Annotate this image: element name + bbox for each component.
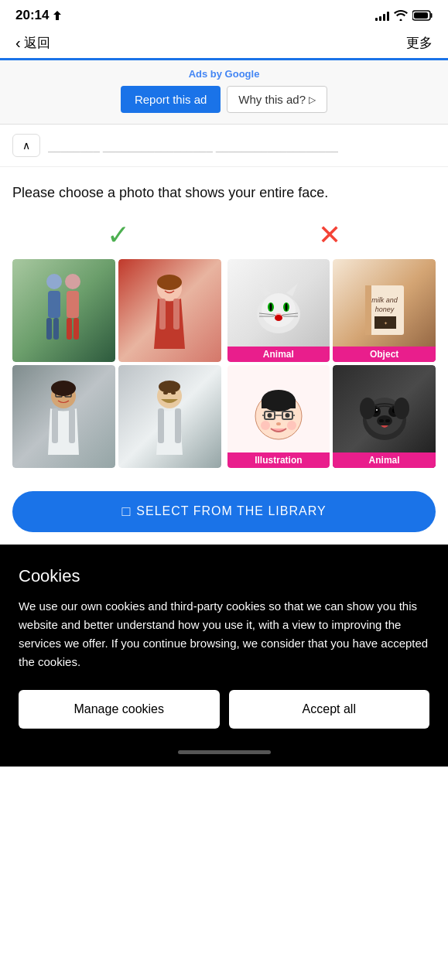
svg-point-41 (275, 315, 282, 321)
svg-point-57 (267, 413, 272, 418)
select-library-label: SELECT FROM THE LIBRARY (136, 504, 326, 518)
check-mark-icon: ✓ (12, 219, 224, 251)
correct-photos (12, 259, 221, 468)
photo-man-beard (118, 365, 221, 468)
svg-point-34 (269, 303, 272, 311)
svg-rect-15 (173, 299, 180, 330)
cross-mark-icon: ✕ (224, 219, 436, 251)
ads-buttons: Report this ad Why this ad? ▷ (12, 86, 436, 113)
svg-point-23 (51, 381, 76, 396)
svg-point-72 (385, 419, 390, 422)
accordion-toggle[interactable]: ∧ (12, 134, 40, 157)
photo-illustration: Illustration (227, 365, 330, 468)
home-indicator (0, 744, 448, 767)
back-button[interactable]: ‹ 返回 (15, 34, 50, 52)
status-time: 20:14 (15, 8, 61, 23)
main-content: ∧ ________ _________________ ___________… (0, 125, 448, 545)
svg-point-35 (285, 303, 287, 311)
illustration-label: Illustration (227, 452, 330, 468)
status-bar: 20:14 (0, 0, 448, 28)
photo-woman-red (118, 259, 221, 362)
photo-pug: Animal (333, 365, 436, 468)
select-area: □ SELECT FROM THE LIBRARY (0, 483, 448, 545)
svg-rect-43 (365, 285, 371, 335)
cookie-title: Cookies (19, 566, 429, 586)
accept-all-button[interactable]: Accept all (229, 690, 430, 729)
svg-rect-21 (52, 408, 58, 443)
google-label: Google (225, 68, 260, 80)
svg-point-60 (261, 421, 270, 430)
instruction-text: Please choose a photo that shows your en… (0, 167, 448, 211)
svg-text:milk and: milk and (371, 296, 398, 304)
status-icons (375, 10, 433, 21)
library-icon: □ (121, 504, 130, 520)
battery-icon (412, 10, 433, 21)
book-label: Object (333, 347, 436, 362)
back-label: 返回 (24, 34, 50, 52)
svg-point-58 (285, 413, 289, 418)
more-button[interactable]: 更多 (406, 34, 433, 52)
accordion-text: ________ _________________ _____________… (48, 139, 338, 152)
report-ad-button[interactable]: Report this ad (121, 86, 221, 113)
svg-point-7 (65, 274, 80, 289)
home-bar-icon (178, 750, 271, 754)
check-cross-row: ✓ ✕ (12, 219, 436, 251)
cat-label: Animal (227, 347, 330, 362)
ad-bar: Ads by Google Report this ad Why this ad… (0, 60, 448, 125)
svg-rect-9 (67, 318, 72, 340)
svg-point-16 (157, 275, 182, 290)
chevron-up-icon: ∧ (22, 139, 30, 152)
pug-label: Animal (333, 452, 436, 468)
svg-rect-1 (431, 13, 433, 18)
wifi-icon (394, 10, 408, 21)
svg-point-59 (276, 422, 281, 425)
cookie-banner: Cookies We use our own cookies and third… (0, 545, 448, 744)
why-icon: ▷ (309, 94, 316, 105)
svg-rect-2 (414, 12, 428, 19)
svg-point-3 (46, 274, 62, 289)
svg-rect-51 (262, 399, 296, 408)
photo-couple (12, 259, 115, 362)
cookie-body: We use our own cookies and third-party c… (19, 597, 429, 671)
photo-woman-glasses (12, 365, 115, 468)
svg-point-73 (360, 398, 375, 419)
cookie-buttons: Manage cookies Accept all (19, 690, 429, 729)
photos-row: Animal milk and honey ✦ (12, 259, 436, 468)
back-chevron-icon: ‹ (15, 34, 21, 52)
svg-text:honey: honey (374, 306, 394, 313)
svg-rect-27 (158, 408, 164, 443)
photo-section: ✓ ✕ (0, 211, 448, 483)
accordion-header: ∧ ________ _________________ ___________… (0, 125, 448, 167)
svg-point-61 (287, 421, 296, 430)
svg-rect-6 (53, 318, 59, 340)
svg-rect-14 (159, 299, 166, 330)
svg-point-68 (376, 409, 378, 411)
svg-rect-22 (69, 408, 75, 443)
svg-point-74 (394, 398, 409, 419)
svg-text:✦: ✦ (383, 321, 387, 326)
photo-book: milk and honey ✦ Object (333, 259, 436, 362)
ads-by-label: Ads by Google (12, 68, 436, 80)
photo-cat: Animal (227, 259, 330, 362)
why-ad-button[interactable]: Why this ad? ▷ (227, 86, 327, 113)
svg-point-71 (379, 419, 384, 422)
svg-rect-4 (48, 291, 60, 318)
svg-rect-10 (74, 318, 79, 340)
svg-rect-28 (175, 408, 181, 443)
svg-point-31 (262, 293, 296, 327)
svg-point-29 (159, 381, 180, 393)
signal-bars-icon (375, 10, 389, 21)
svg-rect-5 (46, 318, 52, 340)
manage-cookies-button[interactable]: Manage cookies (19, 690, 220, 729)
select-from-library-button[interactable]: □ SELECT FROM THE LIBRARY (12, 491, 436, 532)
nav-bar: ‹ 返回 更多 (0, 28, 448, 58)
wrong-photos: Animal milk and honey ✦ (227, 259, 436, 468)
svg-rect-8 (67, 291, 79, 318)
